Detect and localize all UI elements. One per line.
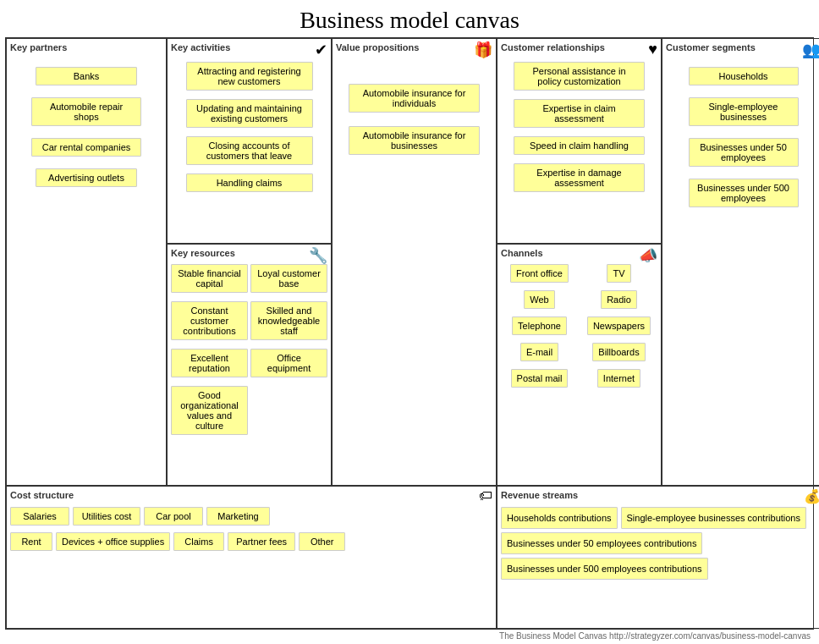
list-item: Expertise in damage assessment bbox=[514, 163, 645, 192]
value-propositions-label: Value propositions bbox=[336, 42, 492, 52]
list-item: Speed in claim handling bbox=[514, 136, 645, 155]
list-item: Personal assistance in policy customizat… bbox=[514, 62, 645, 91]
list-item: Marketing bbox=[206, 507, 270, 526]
list-item: Newspapers bbox=[587, 316, 651, 335]
canvas-container: Key partners Banks Automobile repair sho… bbox=[5, 37, 814, 630]
list-item: Single-employee businesses contributions bbox=[621, 507, 806, 529]
list-item: Households bbox=[689, 67, 799, 85]
list-item: Claims bbox=[173, 532, 224, 551]
list-item: Car rental companies bbox=[31, 138, 141, 157]
list-item: Updating and maintaining existing custom… bbox=[186, 99, 313, 128]
list-item: TV bbox=[607, 264, 630, 283]
list-item: Businesses under 500 employees contribut… bbox=[501, 558, 708, 580]
list-item: Expertise in claim assessment bbox=[514, 99, 645, 128]
channels-label: Channels bbox=[501, 248, 657, 258]
list-item: Constant customer contributions bbox=[171, 301, 248, 340]
list-item: Closing accounts of customers that leave bbox=[186, 136, 313, 165]
wrench-icon: 🔧 bbox=[309, 246, 327, 265]
list-item: Handling claims bbox=[186, 173, 313, 192]
section-channels: Channels 📣 Front office Web Telephone E-… bbox=[497, 244, 662, 487]
moneybag-icon: 💰 bbox=[804, 488, 819, 504]
section-customer-segments: Customer segments 👥 Households Single-em… bbox=[662, 38, 819, 486]
list-item: Advertising outlets bbox=[36, 168, 137, 187]
section-cost-structure: Cost structure 🏷 Salaries Utilities cost… bbox=[6, 486, 497, 629]
cost-structure-label: Cost structure bbox=[10, 490, 492, 500]
list-item: Skilled and knowledgeable staff bbox=[250, 301, 327, 340]
checkmark-icon: ✔ bbox=[315, 41, 327, 59]
key-resources-label: Key resources bbox=[171, 248, 327, 258]
list-item: Front office bbox=[510, 264, 569, 283]
list-item: Businesses under 50 employees contributi… bbox=[501, 532, 702, 554]
list-item: E-mail bbox=[520, 343, 558, 361]
list-item: Businesses under 50 employees bbox=[689, 138, 799, 167]
list-item: Businesses under 500 employees bbox=[689, 179, 799, 207]
section-customer-relationships: Customer relationships ♥ Personal assist… bbox=[497, 38, 662, 244]
section-key-partners: Key partners Banks Automobile repair sho… bbox=[6, 38, 167, 486]
list-item: Attracting and registering new customers bbox=[186, 62, 313, 91]
list-item: Single-employee businesses bbox=[689, 97, 799, 126]
tag-icon: 🏷 bbox=[479, 488, 492, 504]
key-partners-label: Key partners bbox=[10, 42, 162, 52]
gift-icon: 🎁 bbox=[474, 41, 492, 59]
list-item: Automobile insurance for individuals bbox=[349, 84, 480, 113]
list-item: Web bbox=[524, 290, 554, 309]
megaphone-icon: 📣 bbox=[639, 246, 657, 265]
list-item: Radio bbox=[601, 290, 637, 309]
list-item: Rent bbox=[10, 532, 52, 551]
list-item: Office equipment bbox=[250, 349, 327, 377]
section-key-activities: Key activities ✔ Attracting and register… bbox=[167, 38, 332, 244]
page-title: Business model canvas bbox=[0, 0, 819, 37]
list-item: Telephone bbox=[512, 316, 567, 335]
list-item: Loyal customer base bbox=[250, 264, 327, 293]
list-item: Other bbox=[299, 532, 345, 551]
customer-relationships-label: Customer relationships bbox=[501, 42, 657, 52]
list-item: Banks bbox=[36, 67, 137, 85]
list-item: Car pool bbox=[144, 507, 203, 526]
list-item: Devices + office supplies bbox=[56, 532, 170, 551]
section-key-resources: Key resources 🔧 Stable financial capital… bbox=[167, 244, 332, 487]
list-item: Billboards bbox=[592, 343, 645, 361]
list-item: Households contributions bbox=[501, 507, 618, 529]
list-item: Internet bbox=[597, 369, 640, 388]
section-value-propositions: Value propositions 🎁 Automobile insuranc… bbox=[332, 38, 497, 486]
list-item: Good organizational values and culture bbox=[171, 386, 248, 435]
key-activities-label: Key activities bbox=[171, 42, 327, 52]
customer-segments-label: Customer segments bbox=[666, 42, 819, 52]
list-item: Automobile repair shops bbox=[31, 97, 141, 126]
list-item: Excellent reputation bbox=[171, 349, 248, 377]
revenue-streams-label: Revenue streams bbox=[501, 490, 819, 500]
list-item: Postal mail bbox=[511, 369, 569, 388]
list-item: Salaries bbox=[10, 507, 69, 526]
list-item: Stable financial capital bbox=[171, 264, 248, 293]
list-item: Utilities cost bbox=[73, 507, 140, 526]
footer-text: The Business Model Canvas http://strateg… bbox=[0, 630, 819, 642]
people-icon: 👥 bbox=[802, 41, 819, 59]
list-item: Partner fees bbox=[228, 532, 295, 551]
heart-icon: ♥ bbox=[648, 41, 657, 58]
section-revenue-streams: Revenue streams 💰 Households contributio… bbox=[497, 486, 819, 629]
list-item: Automobile insurance for businesses bbox=[349, 126, 480, 155]
